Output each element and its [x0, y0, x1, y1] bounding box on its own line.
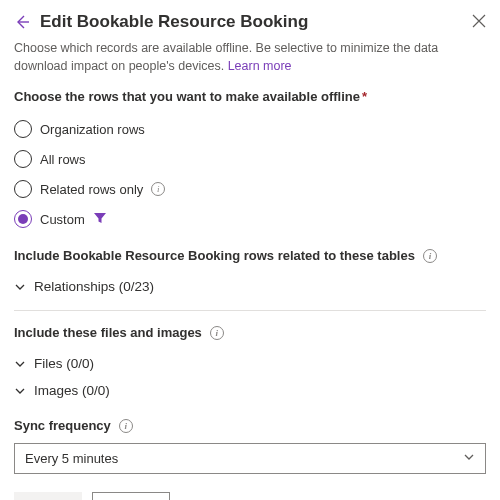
divider [14, 310, 486, 311]
radio-organization-rows[interactable]: Organization rows [14, 114, 486, 144]
cancel-button[interactable]: Cancel [92, 492, 170, 500]
info-icon[interactable]: i [423, 249, 437, 263]
back-icon[interactable] [14, 14, 30, 30]
rows-section-label: Choose the rows that you want to make av… [14, 89, 486, 104]
radio-icon [14, 150, 32, 168]
chevron-down-icon [14, 385, 26, 397]
radio-all-rows[interactable]: All rows [14, 144, 486, 174]
chevron-down-icon [14, 281, 26, 293]
info-icon[interactable]: i [210, 326, 224, 340]
radio-icon [14, 210, 32, 228]
radio-custom[interactable]: Custom [14, 204, 486, 234]
radio-icon [14, 120, 32, 138]
images-expander[interactable]: Images (0/0) [14, 377, 486, 404]
radio-icon [14, 180, 32, 198]
learn-more-link[interactable]: Learn more [228, 59, 292, 73]
chevron-down-icon [463, 451, 475, 466]
files-images-heading: Include these files and images i [14, 325, 486, 340]
info-icon[interactable]: i [119, 419, 133, 433]
close-icon[interactable] [472, 14, 486, 31]
sync-frequency-select[interactable]: Every 5 minutes [14, 443, 486, 474]
page-title: Edit Bookable Resource Booking [40, 12, 462, 32]
info-icon[interactable]: i [151, 182, 165, 196]
chevron-down-icon [14, 358, 26, 370]
description-text: Choose which records are available offli… [14, 40, 486, 75]
sync-frequency-heading: Sync frequency i [14, 418, 486, 433]
rows-radio-group: Organization rows All rows Related rows … [14, 114, 486, 234]
files-expander[interactable]: Files (0/0) [14, 350, 486, 377]
save-button: Save [14, 492, 82, 500]
relationships-expander[interactable]: Relationships (0/23) [14, 273, 486, 300]
radio-related-rows-only[interactable]: Related rows only i [14, 174, 486, 204]
include-related-heading: Include Bookable Resource Booking rows r… [14, 248, 486, 263]
filter-icon[interactable] [93, 211, 107, 228]
